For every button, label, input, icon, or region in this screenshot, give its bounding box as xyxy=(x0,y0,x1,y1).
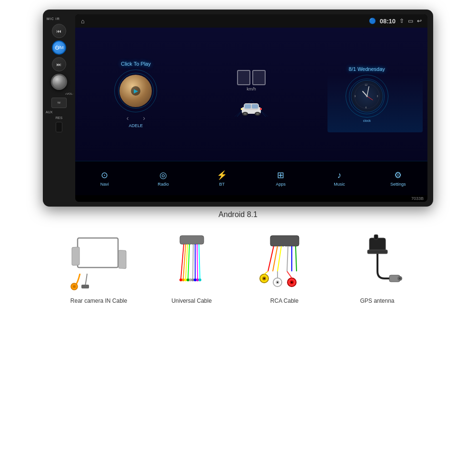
svg-rect-7 xyxy=(252,104,258,109)
speed-panel: km/h xyxy=(195,31,308,157)
svg-line-21 xyxy=(367,96,373,100)
left-panel: MIC IR ⏮ ⏻/M ⏭ +VOL- TF AUX RES xyxy=(43,14,75,202)
play-icon[interactable]: ▶ xyxy=(131,86,140,96)
nav-item-music[interactable]: ♪ Music xyxy=(310,170,368,187)
svg-point-22 xyxy=(366,95,368,97)
next-button[interactable]: ⏭ xyxy=(52,57,66,71)
settings-icon: ⚙ xyxy=(394,170,402,180)
settings-label: Settings xyxy=(390,182,406,187)
nav-item-bt[interactable]: ⚡ BT xyxy=(193,170,251,187)
clock-svg: 12 3 6 9 xyxy=(353,82,381,110)
music-panel: Click To Play ▶ ‹ › ADELE xyxy=(79,31,193,157)
tf-button[interactable]: TF xyxy=(51,98,67,108)
nav-item-navi[interactable]: ⊙ Navi xyxy=(75,170,134,187)
aux-label: AUX xyxy=(43,110,52,114)
svg-line-49 xyxy=(268,246,274,271)
music-icon: ♪ xyxy=(337,170,341,180)
svg-line-38 xyxy=(199,244,200,278)
music-label: Music xyxy=(334,182,345,187)
album-disc: ▶ xyxy=(119,75,152,107)
svg-rect-28 xyxy=(81,285,89,288)
svg-text:3: 3 xyxy=(377,95,378,98)
accessories-section: Rear camera IN Cable xyxy=(43,231,433,304)
svg-point-74 xyxy=(399,278,401,279)
prev-track-button[interactable]: ‹ xyxy=(127,114,129,122)
svg-point-27 xyxy=(73,285,76,288)
nav-item-settings[interactable]: ⚙ Settings xyxy=(369,170,427,187)
bluetooth-icon: 🔵 xyxy=(369,18,376,24)
svg-point-11 xyxy=(256,113,259,115)
svg-point-58 xyxy=(263,278,265,279)
nav-up-icon: ⇧ xyxy=(399,18,404,24)
svg-rect-70 xyxy=(367,250,387,254)
speed-display xyxy=(237,70,266,85)
clock-face: 12 3 6 9 xyxy=(351,80,383,112)
disc-container[interactable]: ▶ xyxy=(114,69,157,112)
nav-bar: ⊙ Navi ◎ Radio ⚡ BT ⊞ Apps ♪ Music xyxy=(75,161,427,195)
svg-line-53 xyxy=(287,246,288,271)
svg-line-52 xyxy=(282,246,285,271)
home-icon[interactable]: ⌂ xyxy=(81,18,85,25)
apps-label: Apps xyxy=(276,182,286,187)
svg-rect-6 xyxy=(245,104,251,109)
svg-line-67 xyxy=(287,271,292,278)
main-content: Click To Play ▶ ‹ › ADELE xyxy=(75,28,427,161)
screen-area: ⌂ 🔵 08:10 ⇧ ▭ ↩ Click To Play xyxy=(75,14,427,202)
svg-rect-48 xyxy=(270,236,299,246)
bt-icon: ⚡ xyxy=(217,170,227,180)
svg-rect-69 xyxy=(374,235,378,239)
power-button[interactable]: ⏻/M xyxy=(52,40,66,55)
svg-rect-24 xyxy=(72,247,79,266)
car-visual xyxy=(232,95,270,119)
svg-line-34 xyxy=(190,244,191,278)
volume-knob[interactable] xyxy=(51,74,67,90)
rca-cable-label: RCA Cable xyxy=(270,298,298,304)
clock-panel: 8/1 Wednesday 12 3 6 9 xyxy=(310,31,424,157)
accessory-universal: Universal Cable xyxy=(154,231,230,304)
accessory-gps: GPS antenna xyxy=(339,231,416,304)
clock-label: clock xyxy=(363,119,371,122)
status-bar: ⌂ 🔵 08:10 ⇧ ▭ ↩ xyxy=(75,14,427,28)
aux-plug xyxy=(56,122,62,132)
navi-icon: ⊙ xyxy=(101,170,108,180)
apps-icon: ⊞ xyxy=(277,170,284,180)
svg-line-19 xyxy=(363,91,367,96)
svg-point-47 xyxy=(198,278,201,281)
universal-cable-visual xyxy=(161,231,223,293)
svg-line-20 xyxy=(367,87,369,96)
clock-container: 12 3 6 9 xyxy=(346,75,388,118)
radio-label: Radio xyxy=(158,182,169,187)
click-to-play-text[interactable]: Click To Play xyxy=(121,61,151,67)
model-number: 7033B xyxy=(75,195,427,202)
android-label: Android 8.1 xyxy=(218,210,258,219)
tf-label: TF xyxy=(57,101,60,104)
svg-rect-29 xyxy=(180,236,204,244)
svg-rect-23 xyxy=(78,238,118,268)
next-track-button[interactable]: › xyxy=(143,114,145,122)
stereo-unit: MIC IR ⏮ ⏻/M ⏭ +VOL- TF AUX RES ⌂ 🔵 08:1… xyxy=(43,10,433,207)
product-wrapper: MIC IR ⏮ ⏻/M ⏭ +VOL- TF AUX RES ⌂ 🔵 08:1… xyxy=(0,0,476,304)
accessory-rear-camera: Rear camera IN Cable xyxy=(61,231,137,304)
rear-camera-visual xyxy=(68,231,130,293)
date-display: 8/1 Wednesday xyxy=(349,66,385,72)
right-status: 🔵 08:10 ⇧ ▭ ↩ xyxy=(369,18,422,25)
svg-point-61 xyxy=(277,282,278,283)
bt-label: BT xyxy=(219,182,225,187)
speed-digit-1 xyxy=(237,70,250,85)
svg-line-55 xyxy=(296,246,297,271)
res-label: RES xyxy=(56,116,62,119)
svg-line-37 xyxy=(197,244,198,278)
nav-item-radio[interactable]: ◎ Radio xyxy=(134,170,192,187)
car-svg xyxy=(232,95,270,119)
song-name: ADELE xyxy=(129,123,143,128)
universal-cable-label: Universal Cable xyxy=(171,298,212,304)
svg-line-35 xyxy=(193,244,193,278)
mic-ir-label: MIC IR xyxy=(43,17,60,20)
nav-item-apps[interactable]: ⊞ Apps xyxy=(251,170,310,187)
rear-camera-label: Rear camera IN Cable xyxy=(70,298,127,304)
time-display: 08:10 xyxy=(380,18,396,25)
back-icon[interactable]: ↩ xyxy=(417,18,422,24)
svg-line-50 xyxy=(273,246,278,271)
prev-button[interactable]: ⏮ xyxy=(52,24,66,38)
svg-line-32 xyxy=(186,244,188,278)
